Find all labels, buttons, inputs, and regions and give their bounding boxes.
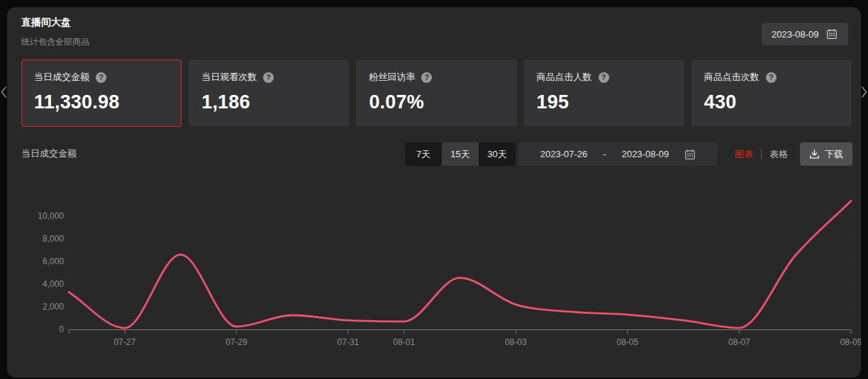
svg-text:8,000: 8,000 (43, 234, 64, 244)
svg-text:6,000: 6,000 (43, 256, 64, 266)
svg-text:07-29: 07-29 (226, 337, 247, 347)
header-date-picker[interactable]: 2023-08-09 (762, 23, 848, 45)
metric-card-views[interactable]: 当日观看次数 ? 1,186 (189, 60, 349, 127)
svg-text:07-27: 07-27 (113, 337, 135, 347)
calendar-icon (684, 149, 696, 160)
toggle-divider (761, 149, 762, 159)
tab-7-days[interactable]: 7天 (405, 142, 442, 166)
dashboard-panel: 直播间大盘 统计包含全部商品 2023-08-09 当日成交金额 ? 11,33… (7, 7, 861, 378)
svg-text:07-31: 07-31 (338, 337, 360, 347)
toggle-table-view[interactable]: 表格 (769, 148, 788, 161)
metric-cards-row: 当日成交金额 ? 11,330.98 当日观看次数 ? 1,186 粉丝回访率 … (21, 60, 852, 127)
svg-text:08-09: 08-09 (840, 337, 861, 347)
carousel-prev-button[interactable] (0, 83, 7, 101)
deal-amount-line-chart[interactable]: 02,0004,0006,0008,00010,00007-2707-2907-… (7, 195, 861, 365)
page-subtitle: 统计包含全部商品 (21, 36, 89, 48)
metric-value: 1,186 (201, 91, 336, 113)
svg-text:08-05: 08-05 (617, 337, 639, 347)
date-range-separator: - (603, 149, 606, 159)
metric-card-click-count[interactable]: 商品点击次数 ? 430 (691, 60, 852, 127)
metric-value: 195 (537, 91, 672, 113)
metric-card-fan-revisit[interactable]: 粉丝回访率 ? 0.07% (356, 60, 516, 127)
date-range-picker[interactable]: 2023-07-26 - 2023-08-09 (518, 142, 718, 166)
chevron-left-icon (1, 86, 7, 98)
svg-text:08-01: 08-01 (393, 337, 415, 347)
question-mark-icon[interactable]: ? (263, 72, 274, 83)
svg-text:08-07: 08-07 (728, 337, 750, 347)
page-title: 直播间大盘 (21, 16, 71, 29)
metric-label: 商品点击次数 (704, 71, 760, 84)
carousel-next-button[interactable] (860, 83, 867, 101)
download-button[interactable]: 下载 (800, 142, 852, 166)
svg-text:4,000: 4,000 (43, 279, 64, 289)
tab-15-days[interactable]: 15天 (442, 142, 479, 166)
svg-text:08-03: 08-03 (505, 337, 527, 347)
tab-30-days[interactable]: 30天 (479, 142, 516, 166)
toggle-chart-view[interactable]: 图表 (735, 148, 753, 161)
header-date-value: 2023-08-09 (772, 29, 819, 40)
metric-value: 0.07% (369, 91, 503, 113)
calendar-icon (826, 28, 838, 40)
view-toggle: 图表 表格 (735, 142, 788, 166)
metric-value: 430 (704, 91, 839, 113)
question-mark-icon[interactable]: ? (421, 72, 432, 83)
svg-text:0: 0 (59, 324, 64, 334)
question-mark-icon[interactable]: ? (766, 72, 777, 83)
download-label: 下载 (825, 148, 843, 161)
chart-section-title: 当日成交金额 (21, 147, 77, 160)
date-range-end: 2023-08-09 (622, 149, 669, 159)
range-tabs: 7天 15天 30天 (405, 142, 516, 166)
metric-card-deal-amount[interactable]: 当日成交金额 ? 11,330.98 (21, 60, 182, 127)
question-mark-icon[interactable]: ? (599, 72, 609, 83)
metric-label: 当日成交金额 (34, 71, 89, 84)
chevron-right-icon (861, 86, 867, 98)
svg-text:10,000: 10,000 (38, 211, 64, 221)
question-mark-icon[interactable]: ? (96, 72, 106, 83)
download-icon (809, 149, 820, 159)
metric-label: 当日观看次数 (201, 71, 257, 84)
date-range-start: 2023-07-26 (540, 149, 588, 159)
metric-label: 粉丝回访率 (369, 71, 415, 84)
svg-text:2,000: 2,000 (43, 302, 64, 312)
metric-card-click-users[interactable]: 商品点击人数 ? 195 (524, 60, 684, 127)
metric-value: 11,330.98 (34, 91, 169, 113)
metric-label: 商品点击人数 (537, 71, 592, 84)
